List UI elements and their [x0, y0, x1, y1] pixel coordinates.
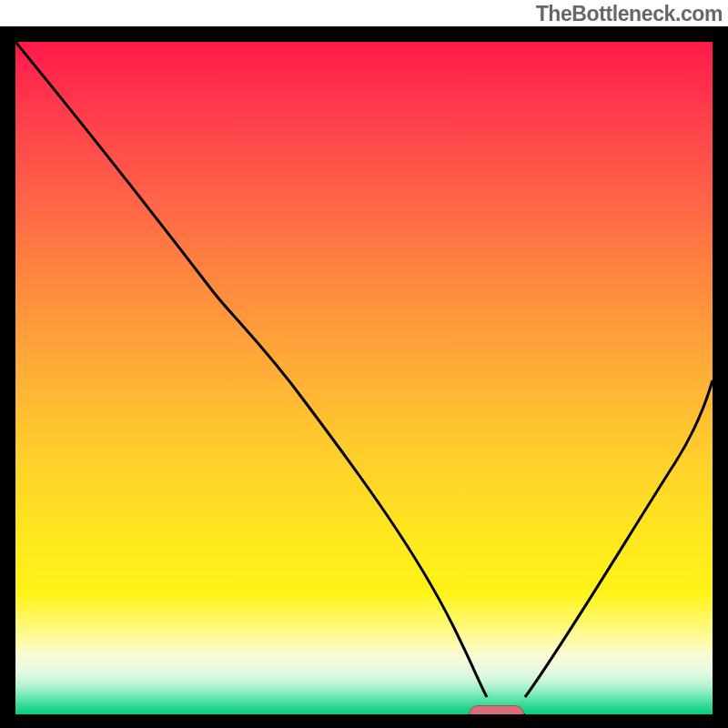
watermark-text: TheBottleneck.com	[536, 2, 723, 26]
optimal-range-marker	[469, 705, 524, 714]
chart-frame	[0, 26, 728, 728]
bottleneck-curve	[15, 42, 713, 714]
chart-plot-area	[15, 42, 713, 714]
